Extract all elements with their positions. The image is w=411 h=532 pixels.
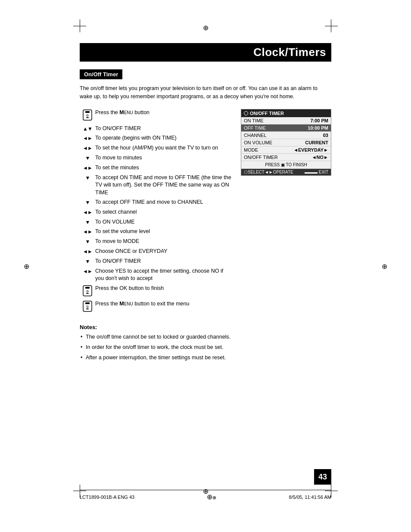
menu-value-1: 10:00 PM — [308, 125, 328, 131]
menu-label-1: OFF TIME — [244, 125, 266, 131]
leftright-arrow-icon: ◄► — [83, 229, 92, 235]
icon-down-4: ▼ — [80, 154, 95, 162]
svg-point-6 — [87, 290, 88, 292]
svg-rect-11 — [86, 308, 89, 309]
menu-row-3: ON VOLUME CURRENT — [241, 139, 331, 146]
menu-value-3: CURRENT — [305, 140, 328, 145]
instruction-text-15: Press the OK button to finish — [95, 285, 232, 292]
notes-section: Notes: The on/off time cannot be set to … — [80, 324, 331, 361]
instruction-row-14: ◄► Choose YES to accept the timer settin… — [80, 268, 232, 283]
menu-value-2: 03 — [323, 133, 328, 138]
menu-label-0: ON TIME — [244, 118, 264, 123]
leftright-arrow-icon: ◄► — [83, 268, 92, 274]
icon-down-11: ▼ — [80, 238, 95, 246]
icon-down-6: ▼ — [80, 174, 95, 182]
icon-remote-16 — [80, 300, 95, 314]
instruction-text-16: Press the MENU button to exit the menu — [95, 300, 232, 308]
instruction-text-0: Press the MENU button — [95, 109, 232, 117]
leftright-arrow-icon: ◄► — [83, 249, 92, 255]
svg-rect-7 — [86, 293, 89, 294]
menu-row-4: MODE ◄EVERYDAY► — [241, 146, 331, 154]
reg-mark-top — [203, 24, 209, 32]
icon-updown-1: ▲▼ — [80, 125, 95, 133]
page-title-text: Clock/Timers — [253, 46, 326, 59]
section-title-text: On/Off Timer — [84, 71, 118, 78]
leftright-arrow-icon: ◄► — [83, 209, 92, 215]
menu-value-0: 7:00 PM — [310, 118, 328, 123]
footer-right: 8/5/05, 11:41:56 AM — [289, 495, 331, 500]
icon-down-7: ▼ — [80, 199, 95, 206]
instruction-text-12: Choose ONCE or EVERYDAY — [95, 248, 232, 255]
instruction-text-3: To set the hour (AM/PM) you want the TV … — [95, 144, 232, 152]
svg-point-10 — [87, 306, 88, 308]
footer: LCT1899-001B-A ENG 43 ⊕ 8/5/05, 11:41:56… — [80, 490, 331, 501]
menu-label-2: CHANNEL — [244, 133, 267, 138]
icon-remote-0 — [80, 109, 95, 123]
svg-rect-3 — [86, 117, 89, 118]
crop-mark — [325, 26, 338, 26]
down-arrow-icon: ▼ — [85, 175, 90, 181]
instructions-wrapper: Press the MENU button ▲▼ To ON/OFF TIMER… — [80, 109, 331, 316]
icon-leftright-5: ◄► — [80, 164, 95, 172]
menu-label-3: ON VOLUME — [244, 140, 272, 145]
instruction-row-9: ▼ To ON VOLUME — [80, 218, 232, 226]
icon-remote-15 — [80, 285, 95, 299]
leftright-arrow-icon: ◄► — [83, 165, 92, 171]
note-item-2: After a power interruption, the timer se… — [80, 354, 331, 362]
page-container: Clock/Timers On/Off Timer The on/off tim… — [0, 0, 411, 532]
reg-mark-right — [382, 262, 387, 270]
menu-title-text: ON/OFF TIMER — [250, 111, 284, 116]
icon-down-13: ▼ — [80, 258, 95, 265]
instruction-row-10: ◄► To set the volume level — [80, 228, 232, 236]
content-area: Clock/Timers On/Off Timer The on/off tim… — [80, 43, 331, 485]
instruction-row-6: ▼ To accept ON TIME and move to OFF TIME… — [80, 174, 232, 197]
svg-rect-9 — [85, 302, 90, 304]
instruction-text-6: To accept ON TIME and move to OFF TIME (… — [95, 174, 232, 197]
instruction-text-14: Choose YES to accept the timer setting, … — [95, 268, 232, 283]
menu-label-5: ON/OFF TIMER — [244, 155, 278, 160]
instruction-text-11: To move to MODE — [95, 238, 232, 246]
footer-left: LCT1899-001B-A ENG 43 — [80, 495, 134, 500]
instruction-row-15: Press the OK button to finish — [80, 285, 232, 299]
intro-paragraph: The on/off timer lets you program your t… — [80, 84, 331, 101]
instruction-text-8: To select channel — [95, 208, 232, 216]
instruction-row-12: ◄► Choose ONCE or EVERYDAY — [80, 248, 232, 255]
icon-leftright-12: ◄► — [80, 248, 95, 255]
menu-title-row: ON/OFF TIMER — [241, 109, 331, 117]
icon-leftright-10: ◄► — [80, 228, 95, 236]
instruction-text-13: To ON/OFF TIMER — [95, 258, 232, 265]
section-header: On/Off Timer — [80, 69, 122, 79]
instruction-row-11: ▼ To move to MODE — [80, 238, 232, 246]
page-number-text: 43 — [318, 473, 327, 482]
icon-down-9: ▼ — [80, 218, 95, 226]
instruction-text-9: To ON VOLUME — [95, 218, 232, 226]
instruction-text-4: To move to minutes — [95, 154, 232, 162]
note-item-0: The on/off time cannot be set to locked … — [80, 333, 331, 341]
note-item-1: In order for the on/off timer to work, t… — [80, 343, 331, 352]
menu-row-2: CHANNEL 03 — [241, 132, 331, 139]
instruction-row-13: ▼ To ON/OFF TIMER — [80, 258, 232, 265]
instruction-row-8: ◄► To select channel — [80, 208, 232, 216]
instructions-list: Press the MENU button ▲▼ To ON/OFF TIMER… — [80, 109, 232, 316]
down-arrow-icon: ▼ — [85, 239, 90, 245]
instruction-row-0: Press the MENU button — [80, 109, 232, 123]
crop-mark — [80, 19, 80, 32]
updown-arrow-icon: ▲▼ — [83, 126, 92, 132]
notes-title: Notes: — [80, 324, 331, 330]
icon-leftright-14: ◄► — [80, 268, 95, 275]
down-arrow-icon: ▼ — [85, 199, 90, 205]
instruction-text-1: To ON/OFF TIMER — [95, 125, 232, 133]
menu-nav-select: ⬡SELECT◄►OPERATE — [244, 170, 293, 174]
leftright-arrow-icon: ◄► — [83, 135, 92, 141]
instruction-row-7: ▼ To accept OFF TIME and move to CHANNEL — [80, 199, 232, 206]
instruction-text-2: To operate (begins with ON TIME) — [95, 134, 232, 142]
down-arrow-icon: ▼ — [85, 258, 90, 264]
instruction-row-5: ◄► To set the minutes — [80, 164, 232, 172]
reg-mark-left — [24, 262, 29, 270]
instruction-row-3: ◄► To set the hour (AM/PM) you want the … — [80, 144, 232, 152]
page-title: Clock/Timers — [80, 43, 331, 62]
menu-row-5: ON/OFF TIMER ◄NO► — [241, 154, 331, 161]
instruction-row-1: ▲▼ To ON/OFF TIMER — [80, 125, 232, 133]
icon-leftright-3: ◄► — [80, 144, 95, 152]
menu-label-4: MODE — [244, 147, 258, 152]
